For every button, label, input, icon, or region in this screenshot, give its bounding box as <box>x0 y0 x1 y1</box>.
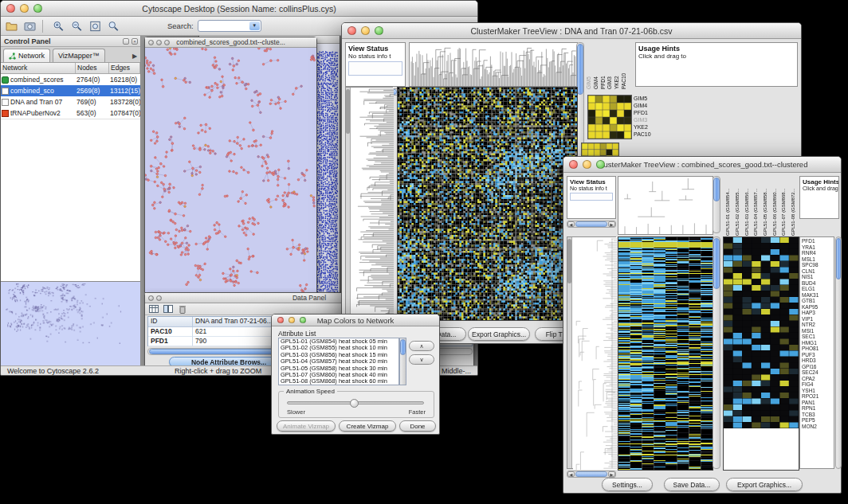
titlebar[interactable]: combined_scores_good.txt--cluste... <box>145 37 316 48</box>
minimize-icon[interactable] <box>583 160 591 169</box>
columns-icon[interactable] <box>163 304 174 314</box>
snapshot-icon[interactable] <box>22 18 37 33</box>
treeview-button[interactable]: Export Graphics... <box>468 327 530 341</box>
scrollbar-thumb[interactable] <box>346 89 350 134</box>
row-dendrogram[interactable] <box>567 236 616 469</box>
gene-label[interactable]: NTR2 <box>802 322 834 328</box>
gene-label[interactable]: GIM3 <box>634 116 665 123</box>
dialog-button[interactable]: Create Vizmap <box>339 420 396 432</box>
table-icon[interactable] <box>148 304 159 314</box>
close-icon[interactable] <box>148 40 154 45</box>
vertical-scrollbar[interactable] <box>713 236 720 469</box>
gene-label[interactable]: YKE2 <box>634 123 665 131</box>
gene-label[interactable]: ELG1 <box>802 286 834 292</box>
gene-label[interactable]: GIM5 <box>634 95 665 102</box>
gene-label[interactable]: KAP95 <box>802 304 834 311</box>
column-header[interactable]: ID <box>148 317 193 327</box>
network-table-row[interactable]: DNA and Tran 07 769(0) 183728(0) <box>1 96 140 107</box>
tab-overflow-icon[interactable]: ▶ <box>129 53 140 62</box>
speed-slider[interactable] <box>287 401 424 404</box>
gene-label[interactable]: HAP3 <box>802 310 834 316</box>
treeview-button[interactable]: Settings... <box>602 478 653 491</box>
titlebar[interactable]: Map Colors to Network <box>272 315 439 326</box>
gene-label[interactable]: VIP1 <box>802 316 834 322</box>
minimize-icon[interactable] <box>289 317 295 323</box>
scroll-right-icon[interactable]: ▶ <box>608 471 615 477</box>
maximize-icon[interactable] <box>164 40 170 45</box>
vertical-scrollbar[interactable] <box>399 338 406 385</box>
gene-label[interactable]: PAN1 <box>802 400 834 406</box>
search-input[interactable]: ▼ <box>198 20 261 32</box>
gene-label[interactable]: RPN1 <box>802 405 834 412</box>
vertical-scrollbar[interactable] <box>835 236 842 469</box>
vertical-scrollbar[interactable] <box>567 237 572 468</box>
scroll-left-icon[interactable]: ◀ <box>567 221 575 227</box>
gene-label[interactable]: PAC10 <box>634 131 665 138</box>
gene-label[interactable]: NIS1 <box>802 274 834 280</box>
trash-icon[interactable] <box>177 304 188 314</box>
move-up-button[interactable]: ∧ <box>409 341 434 351</box>
gene-label[interactable]: SPC98 <box>802 262 834 268</box>
float-icon[interactable] <box>123 38 129 45</box>
gene-label[interactable]: PHO81 <box>802 346 834 352</box>
gene-label[interactable]: PEP5 <box>802 417 834 424</box>
network-table-row[interactable]: combined_sco 2569(8) 13112(15) <box>1 85 140 96</box>
close-icon[interactable] <box>347 26 356 35</box>
gene-label[interactable]: GIM4 <box>634 102 665 109</box>
scroll-left-icon[interactable]: ◀ <box>567 471 575 477</box>
column-dendrogram-canvas[interactable] <box>409 42 578 87</box>
gene-label[interactable]: PFD1 <box>634 109 665 116</box>
gene-label[interactable]: TCB3 <box>802 412 834 418</box>
dialog-button[interactable]: Animate Vizmap <box>277 420 336 432</box>
gene-label[interactable]: HRD3 <box>802 357 834 364</box>
minimize-icon[interactable] <box>361 26 370 35</box>
zoom-out-icon[interactable] <box>69 18 84 33</box>
scrollbar-thumb[interactable] <box>713 238 720 289</box>
vertical-scrollbar[interactable] <box>713 176 720 233</box>
gene-label[interactable]: SEC24 <box>802 369 834 376</box>
column-header[interactable]: Edges <box>109 63 140 73</box>
horizontal-scrollbar[interactable]: ◀ ▶ <box>567 471 616 478</box>
zoom-fit-icon[interactable] <box>87 18 103 33</box>
gene-label[interactable]: FIG4 <box>802 381 834 388</box>
gene-label[interactable]: RPO21 <box>802 393 834 400</box>
scrollbar-thumb[interactable] <box>575 221 607 227</box>
gene-label[interactable]: MSI1 <box>802 328 834 334</box>
close-icon[interactable] <box>277 317 284 323</box>
column-header[interactable]: Network <box>1 63 76 73</box>
gene-label[interactable]: MAK31 <box>802 292 834 299</box>
zoom-window-icon[interactable] <box>33 4 42 13</box>
gene-label[interactable]: RNR4 <box>802 250 834 256</box>
tab-network[interactable]: Network <box>3 49 50 62</box>
horizontal-scrollbar[interactable]: ◀ ▶ <box>567 221 616 228</box>
close-panel-icon[interactable]: × <box>132 38 138 45</box>
zoom-actual-icon[interactable] <box>105 18 121 33</box>
gene-label[interactable]: YSH1 <box>802 388 834 394</box>
chevron-down-icon[interactable]: ▼ <box>249 21 260 30</box>
zoom-in-icon[interactable] <box>50 18 66 33</box>
row-dendrogram-canvas[interactable] <box>573 237 617 470</box>
minimize-icon[interactable] <box>20 4 29 13</box>
row-dendrogram-canvas[interactable] <box>351 88 394 318</box>
heatmap-canvas[interactable] <box>397 87 578 321</box>
gene-label[interactable]: CPA2 <box>802 376 834 382</box>
minimize-icon[interactable] <box>156 40 162 45</box>
gene-label[interactable]: HMG1 <box>802 340 834 346</box>
gene-label[interactable]: MON2 <box>802 424 834 430</box>
close-icon[interactable] <box>569 160 578 169</box>
gene-label[interactable]: GPI16 <box>802 364 834 370</box>
vertical-scrollbar[interactable] <box>346 88 351 318</box>
global-heatmap-canvas[interactable] <box>618 236 713 471</box>
open-folder-icon[interactable] <box>3 18 19 33</box>
gene-label[interactable]: SEC1 <box>802 334 834 340</box>
cluster-matrix-canvas[interactable] <box>587 95 632 139</box>
scrollbar-thumb[interactable] <box>400 339 406 355</box>
network-overview-canvas[interactable] <box>1 281 140 365</box>
close-icon[interactable] <box>6 4 15 13</box>
gene-label[interactable]: MSL1 <box>802 256 834 263</box>
zoom-window-icon[interactable] <box>375 26 383 35</box>
scrollbar-thumb[interactable] <box>713 178 720 201</box>
network-table-row[interactable]: combined_scores 2764(0) 16218(0) <box>1 74 140 85</box>
zoom-window-icon[interactable] <box>300 317 306 323</box>
dialog-button[interactable]: Done <box>399 420 436 432</box>
